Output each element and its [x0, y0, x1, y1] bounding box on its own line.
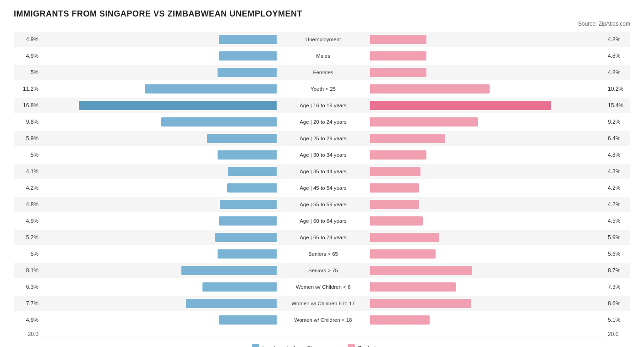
chart-row: 4.2% Age | 45 to 54 years 4.2%: [14, 180, 630, 196]
bar-container: Age | 35 to 44 years: [41, 164, 605, 179]
chart-row: 4.9% Age | 60 to 64 years 4.5%: [14, 213, 630, 229]
row-label: Seniors > 65: [278, 251, 369, 257]
chart-row: 4.8% Age | 55 to 59 years 4.2%: [14, 197, 630, 212]
row-label: Age | 25 to 29 years: [278, 136, 369, 141]
row-label: Females: [278, 70, 369, 75]
bars-left: [41, 133, 278, 143]
bar-singapore: [145, 84, 277, 94]
bars-left: [41, 34, 278, 44]
right-value: 5.1%: [605, 317, 630, 323]
row-label: Males: [278, 53, 369, 59]
chart-row: 4.9% Unemployment 4.8%: [14, 32, 630, 47]
legend-singapore-box: [252, 344, 259, 347]
chart-row: 5.2% Age | 65 to 74 years 5.9%: [14, 230, 630, 245]
right-value: 9.2%: [605, 119, 630, 125]
bar-container: Age | 65 to 74 years: [41, 230, 605, 245]
bars-right: [369, 249, 606, 259]
bar-zimbabwean: [370, 233, 439, 242]
bars-right: [369, 232, 606, 242]
chart-row: 4.9% Males 4.8%: [14, 48, 630, 64]
bar-singapore: [219, 315, 277, 325]
bars-left: [41, 100, 278, 110]
axis-right-val: 20.0: [605, 331, 630, 337]
bars-right: [369, 51, 606, 61]
left-value: 4.2%: [14, 185, 41, 191]
row-label: Age | 60 to 64 years: [278, 218, 369, 224]
bar-singapore: [219, 51, 277, 61]
legend-zimbabwean: Zimbabwean: [348, 344, 392, 347]
left-value: 16.8%: [14, 102, 41, 109]
row-label: Age | 16 to 19 years: [278, 103, 369, 108]
bar-zimbabwean: [370, 200, 420, 209]
legend-singapore: Immigrants from Singapore: [252, 344, 334, 347]
right-value: 5.9%: [605, 234, 630, 241]
bar-singapore: [219, 35, 277, 44]
bar-zimbabwean: [370, 299, 471, 308]
chart-row: 5% Females 4.8%: [14, 65, 630, 80]
right-value: 4.8%: [605, 36, 630, 43]
bars-right: [369, 150, 606, 160]
legend-zimbabwean-label: Zimbabwean: [358, 345, 392, 347]
chart-row: 16.8% Age | 16 to 19 years 15.4%: [14, 98, 630, 113]
bars-right: [369, 216, 606, 226]
left-value: 4.9%: [14, 36, 41, 43]
bars-left: [41, 265, 278, 275]
bars-right: [369, 199, 606, 209]
bar-container: Age | 16 to 19 years: [41, 98, 605, 113]
bars-right: [369, 67, 606, 77]
row-label: Unemployment: [278, 37, 369, 42]
row-label: Youth < 25: [278, 86, 369, 92]
bar-singapore: [219, 216, 277, 226]
bars-right: [369, 265, 606, 275]
bar-zimbabwean: [370, 315, 430, 325]
chart-row: 6.3% Women w/ Children < 6 7.3%: [14, 279, 630, 295]
right-value: 4.8%: [605, 53, 630, 59]
bar-singapore: [161, 117, 277, 127]
bars-left: [41, 84, 278, 94]
row-label: Women w/ Children < 18: [278, 317, 369, 323]
bars-left: [41, 150, 278, 160]
chart-row: 4.9% Women w/ Children < 18 5.1%: [14, 312, 630, 328]
bar-singapore: [207, 134, 276, 143]
left-value: 5%: [14, 152, 41, 158]
bar-zimbabwean: [370, 35, 426, 44]
bar-zimbabwean: [370, 216, 423, 226]
bar-container: Seniors > 65: [41, 246, 605, 262]
bar-container: Age | 55 to 59 years: [41, 197, 605, 212]
bar-zimbabwean: [370, 183, 420, 193]
bars-right: [369, 34, 606, 44]
row-label: Age | 30 to 34 years: [278, 152, 369, 158]
left-value: 5.9%: [14, 135, 41, 142]
bar-zimbabwean: [370, 51, 426, 61]
left-value: 4.9%: [14, 218, 41, 224]
chart-title: IMMIGRANTS FROM SINGAPORE VS ZIMBABWEAN …: [14, 9, 630, 19]
bars-right: [369, 117, 606, 127]
bar-container: Age | 60 to 64 years: [41, 213, 605, 229]
bar-container: Women w/ Children 6 to 17: [41, 296, 605, 311]
bar-singapore: [220, 200, 276, 209]
right-value: 4.5%: [605, 218, 630, 224]
row-label: Age | 65 to 74 years: [278, 235, 369, 240]
chart-row: 8.1% Seniors > 75 8.7%: [14, 263, 630, 278]
right-value: 6.4%: [605, 135, 630, 142]
bars-left: [41, 216, 278, 226]
chart-row: 5% Seniors > 65 5.6%: [14, 246, 630, 262]
right-value: 10.2%: [605, 86, 630, 92]
left-value: 4.9%: [14, 317, 41, 323]
right-value: 15.4%: [605, 102, 630, 109]
bar-zimbabwean: [370, 117, 478, 127]
left-value: 6.3%: [14, 284, 41, 290]
bar-zimbabwean: [370, 167, 420, 176]
bar-singapore: [202, 282, 277, 292]
bars-right: [369, 100, 606, 110]
bar-singapore: [186, 299, 277, 308]
row-label: Age | 20 to 24 years: [278, 119, 369, 125]
bar-zimbabwean: [370, 84, 490, 94]
bars-left: [41, 166, 278, 176]
bar-singapore: [218, 68, 276, 77]
bar-container: Women w/ Children < 18: [41, 312, 605, 328]
left-value: 5%: [14, 69, 41, 76]
bars-right: [369, 298, 606, 308]
bars-left: [41, 199, 278, 209]
right-value: 4.3%: [605, 168, 630, 175]
